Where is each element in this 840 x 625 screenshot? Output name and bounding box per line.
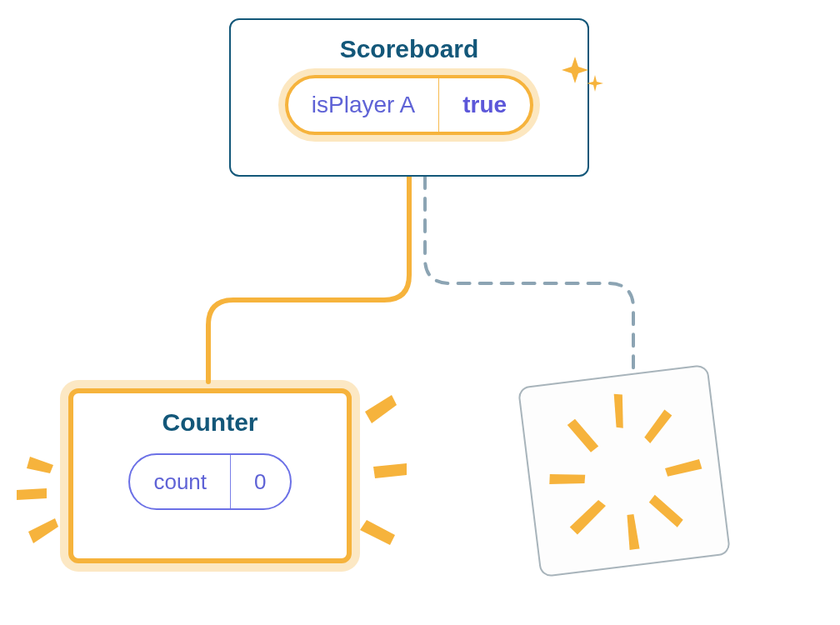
svg-marker-11 [567,499,608,535]
poof-icon [519,366,731,578]
pill-separator [438,78,439,132]
scoreboard-title: Scoreboard [340,35,479,63]
counter-state-pill: count 0 [128,453,291,510]
svg-marker-3 [365,395,397,423]
scoreboard-state-value: true [439,78,530,132]
scoreboard-state-label: isPlayer A [288,78,439,132]
svg-marker-13 [625,514,639,550]
pill-separator [230,455,231,508]
node-scoreboard: Scoreboard isPlayer A true [229,18,589,177]
svg-marker-4 [373,463,407,478]
counter-state-value: 0 [231,455,289,508]
sparkle-icon [558,52,608,102]
counter-title: Counter [162,408,258,437]
diagram-canvas: Scoreboard isPlayer A true Counter count… [0,0,840,625]
svg-marker-7 [642,409,675,444]
connector-scoreboard-counter [208,177,409,382]
connector-scoreboard-removed [425,177,633,373]
counter-state-label: count [130,455,230,508]
svg-marker-1 [17,488,47,500]
node-removed-placeholder [518,364,731,578]
node-counter: Counter count 0 [68,388,352,563]
svg-marker-10 [664,459,702,477]
svg-marker-5 [360,520,395,545]
svg-marker-6 [612,393,627,429]
svg-marker-12 [648,492,684,530]
svg-marker-8 [567,417,599,455]
svg-marker-9 [548,470,587,488]
svg-marker-2 [28,518,58,543]
scoreboard-state-pill: isPlayer A true [285,75,533,135]
svg-marker-0 [27,457,53,473]
